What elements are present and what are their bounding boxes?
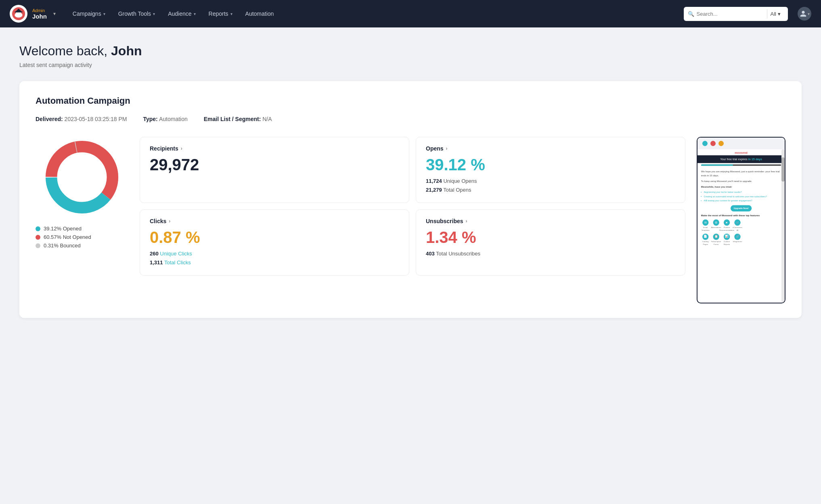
email-preview-body: moosend Your free trial expires in 15 da…	[697, 149, 785, 303]
email-icon-ecommerce-ai: 🛒 eCommerce AI	[733, 220, 742, 232]
email-preview-bar	[697, 138, 785, 149]
recipients-chevron-icon: ›	[181, 146, 182, 151]
main-content: Welcome back, John Latest sent campaign …	[0, 27, 821, 334]
opens-value: 39.12 %	[426, 157, 675, 173]
opens-card: Opens › 39.12 % 11,724 Unique Opens 21,2…	[416, 137, 685, 203]
campaign-segment: Email List / Segment: N/A	[204, 116, 272, 122]
user-avatar[interactable]: ▾	[798, 7, 811, 21]
search-filter-chevron-icon: ▾	[778, 11, 781, 17]
email-header-strip: Your free trial expires in 15 days	[697, 155, 785, 163]
nav-audience[interactable]: Audience ▾	[162, 7, 201, 20]
audience-chevron-icon: ▾	[194, 12, 196, 16]
clicks-value: 0.87 %	[150, 229, 399, 245]
navigation: Admin John ▾ Campaigns ▾ Growth Tools ▾ …	[0, 0, 821, 27]
clicks-chevron-icon: ›	[169, 218, 170, 224]
campaign-delivered: Delivered: 2023-05-18 03:25:18 PM	[36, 116, 127, 122]
scrollbar-thumb	[781, 157, 785, 182]
unsubscribes-card: Unsubscribes › 1.34 % 403 Total Unsubscr…	[416, 209, 685, 276]
campaign-title: Automation Campaign	[36, 96, 785, 106]
unsubscribes-header[interactable]: Unsubscribes ›	[426, 218, 675, 224]
email-icon-subscription: 📋 Subscription Forms	[712, 234, 720, 246]
recipients-header[interactable]: Recipients ›	[150, 145, 399, 152]
progress-bar	[701, 164, 781, 165]
email-icons-row-1: ✉ Email Templates ⚙ Automations ★	[701, 220, 781, 232]
campaigns-chevron-icon: ▾	[103, 12, 105, 16]
recipients-card: Recipients › 29,972	[140, 137, 409, 203]
opens-chevron-icon: ›	[446, 146, 448, 151]
email-preview-inner: moosend Your free trial expires in 15 da…	[697, 149, 785, 250]
search-input[interactable]	[697, 11, 764, 17]
opens-sub: 11,724 Unique Opens 21,279 Total Opens	[426, 177, 675, 194]
legend-not-opened-dot	[36, 235, 40, 240]
email-icon-reports: 📊 Custom Reports	[723, 234, 731, 246]
user-name: John	[32, 13, 47, 20]
dot-teal	[702, 141, 708, 146]
campaign-card: Automation Campaign Delivered: 2023-05-1…	[19, 81, 802, 318]
legend-opened: 39.12% Opened	[36, 226, 128, 232]
email-preview: moosend Your free trial expires in 15 da…	[697, 137, 785, 303]
email-icon-integrations: 🔗 Integrations	[733, 234, 742, 246]
stats-layout: 39.12% Opened 60.57% Not Opened 0.31% Bo…	[36, 137, 785, 303]
welcome-subtitle: Latest sent campaign activity	[19, 62, 802, 68]
legend-opened-dot	[36, 226, 40, 231]
campaign-meta: Delivered: 2023-05-18 03:25:18 PM Type: …	[36, 116, 785, 122]
unsubscribes-chevron-icon: ›	[466, 218, 467, 224]
unsubscribes-value: 1.34 %	[426, 229, 675, 245]
email-icon-product-rec: ★ Product Recommendations	[723, 220, 731, 232]
clicks-card: Clicks › 0.87 % 260 Unique Clicks 1,311 …	[140, 209, 409, 276]
email-icon-landing: 📄 Landing Pages	[701, 234, 710, 246]
scrollbar-track	[781, 149, 785, 303]
welcome-title: Welcome back, John	[19, 44, 802, 59]
legend-bounced-dot	[36, 243, 40, 248]
donut-section: 39.12% Opened 60.57% Not Opened 0.31% Bo…	[36, 137, 128, 251]
nav-items: Campaigns ▾ Growth Tools ▾ Audience ▾ Re…	[67, 7, 681, 20]
legend-not-opened: 60.57% Not Opened	[36, 234, 128, 240]
nav-reports[interactable]: Reports ▾	[203, 7, 238, 20]
email-cta-button[interactable]: Upgrade Now!	[731, 205, 752, 211]
reports-chevron-icon: ▾	[230, 12, 232, 16]
progress-bar-fill	[701, 164, 733, 165]
logo	[10, 5, 27, 23]
user-info: Admin John	[32, 8, 47, 20]
dot-red	[710, 141, 716, 146]
growth-tools-chevron-icon: ▾	[153, 12, 155, 16]
campaign-type: Type: Automation	[143, 116, 187, 122]
user-role: Admin	[32, 8, 47, 13]
recipients-value: 29,972	[150, 157, 399, 173]
search-icon: 🔍	[688, 11, 694, 17]
email-icons-row-2: 📄 Landing Pages 📋 Subscription Forms 📊	[701, 234, 781, 246]
nav-automation[interactable]: Automation	[240, 7, 280, 20]
dot-gold	[718, 141, 724, 146]
email-icon-templates: ✉ Email Templates	[701, 220, 710, 232]
opens-header[interactable]: Opens ›	[426, 145, 675, 152]
legend-bounced: 0.31% Bounced	[36, 243, 128, 249]
email-content: We hope you are enjoying Moosend, just a…	[697, 167, 785, 250]
unsubscribes-sub: 403 Total Unsubscribes	[426, 249, 675, 258]
donut-legend: 39.12% Opened 60.57% Not Opened 0.31% Bo…	[36, 226, 128, 249]
clicks-sub: 260 Unique Clicks 1,311 Total Clicks	[150, 249, 399, 267]
clicks-header[interactable]: Clicks ›	[150, 218, 399, 224]
user-dropdown-chevron[interactable]: ▾	[53, 11, 56, 17]
nav-avatar-chevron-icon: ▾	[808, 12, 810, 16]
stat-cards: Recipients › 29,972 Opens › 39.12 % 11,7…	[140, 137, 685, 276]
nav-campaigns[interactable]: Campaigns ▾	[67, 7, 111, 20]
donut-chart	[42, 137, 122, 217]
search-filter-dropdown[interactable]: All ▾	[767, 9, 784, 19]
nav-growth-tools[interactable]: Growth Tools ▾	[113, 7, 161, 20]
moosend-logo: moosend	[697, 149, 785, 155]
svg-rect-4	[15, 11, 22, 12]
svg-point-8	[61, 156, 103, 199]
search-bar: 🔍 All ▾	[684, 7, 788, 21]
